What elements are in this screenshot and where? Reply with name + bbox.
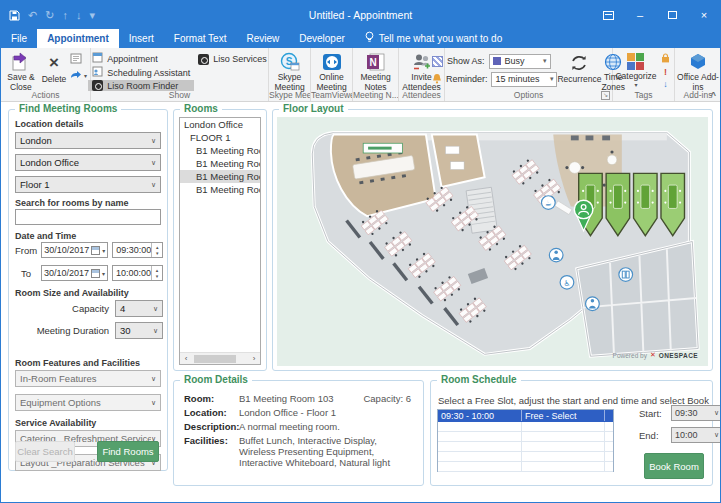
scroll-right-icon[interactable]: › [248, 353, 260, 364]
floor-select[interactable]: Floor 1∨ [15, 176, 161, 193]
slot-row-empty[interactable] [438, 422, 613, 432]
slot-row-empty[interactable] [438, 442, 613, 452]
liso-services-col: Liso Services [194, 50, 271, 89]
show-as-icon [432, 56, 443, 67]
rooms-tree-room-selected[interactable]: B1 Meeting Room 103 [180, 170, 260, 183]
city-select[interactable]: London∨ [15, 132, 161, 149]
save-close-button[interactable]: Save & Close [2, 50, 40, 89]
tab-appointment[interactable]: Appointment [37, 29, 119, 48]
tab-format-text[interactable]: Format Text [164, 29, 237, 48]
chevron-down-icon: ∨ [714, 409, 719, 417]
slot-row-empty[interactable] [438, 432, 613, 442]
categorize-icon [627, 52, 645, 71]
capacity-select[interactable]: 4∨ [115, 300, 163, 317]
group-show: Appointment Scheduling Assistant Liso Ro… [91, 48, 269, 101]
office-addins-button[interactable]: Office Add-ins [676, 50, 720, 89]
chevron-down-icon: ▾ [543, 57, 547, 65]
chevron-down-icon: ▾ [102, 247, 105, 254]
scheduling-assistant-icon [92, 66, 103, 79]
end-time-select[interactable]: 10:00 ∨ [671, 427, 721, 443]
rooms-tree-room[interactable]: B1 Meeting Room 101 [180, 144, 260, 157]
floor-layout-panel: Floor Layout [272, 109, 713, 371]
onenote-icon: N [366, 52, 386, 72]
equipment-options-select[interactable]: Equipment Options∨ [15, 394, 161, 411]
collapse-ribbon-icon[interactable]: ^ [711, 90, 716, 100]
rooms-tree-office[interactable]: London Office [180, 118, 260, 131]
rooms-tree-room[interactable]: B1 Meeting Room 102 [180, 157, 260, 170]
lock-icon[interactable] [661, 53, 670, 65]
delete-button[interactable]: × Delete [40, 50, 68, 89]
duration-select[interactable]: 30∨ [115, 322, 163, 339]
close-button[interactable]: × [688, 1, 720, 29]
scrollbar-thumb[interactable] [194, 355, 236, 363]
people-icon [411, 52, 433, 72]
rooms-panel: Rooms London Office FLOOR 1 B1 Meeting R… [173, 109, 267, 371]
journal-icon[interactable] [70, 53, 87, 66]
scroll-left-icon[interactable]: ‹ [180, 353, 192, 364]
slot-row-selected[interactable]: 09:30 - 10:00 Free - Select [438, 410, 613, 422]
tab-review[interactable]: Review [236, 29, 289, 48]
ribbon-display-options-icon[interactable] [592, 1, 624, 29]
forward-button[interactable]: ▾ [70, 70, 87, 80]
lightbulb-icon [365, 31, 374, 46]
rooms-tree-room[interactable]: B1 Meeting Room 104 [180, 183, 260, 196]
slot-row-empty[interactable] [438, 452, 613, 462]
rooms-tree-floor[interactable]: FLOOR 1 [180, 131, 260, 144]
floor-layout-map[interactable]: ☕ ♿ [277, 117, 708, 366]
duration-row: Meeting Duration 30∨ [15, 322, 163, 339]
busy-status-swatch [493, 57, 501, 65]
tab-file[interactable]: File [1, 29, 37, 48]
reminder-select[interactable]: 15 minutes ▾ [491, 72, 557, 87]
chevron-down-icon: ∨ [151, 159, 156, 167]
teamviewer-icon [322, 52, 342, 72]
recurrence-icon [569, 52, 589, 74]
tab-insert[interactable]: Insert [119, 29, 164, 48]
find-rooms-button[interactable]: Find Rooms [97, 441, 159, 462]
room-search-input[interactable] [15, 209, 161, 225]
online-meeting-button[interactable]: Online Meeting [312, 50, 351, 89]
scheduling-assistant-button[interactable]: Scheduling Assistant [88, 66, 194, 79]
group-skype: S Skype Meeting Skype Meet... [269, 48, 311, 101]
horizontal-scrollbar[interactable]: ‹ › [180, 352, 260, 364]
from-date-input[interactable]: 30/10/2017 ▾ [41, 242, 108, 258]
time-spinner[interactable]: ▴▾ [151, 243, 162, 257]
calendar-icon [91, 269, 100, 278]
delete-icon: × [49, 52, 59, 74]
chevron-down-icon: ∨ [151, 137, 156, 145]
actions-small-buttons: ▾ [68, 50, 89, 89]
recurrence-button[interactable]: Recurrence [557, 50, 601, 89]
liso-services-icon [198, 54, 209, 65]
options-rows: Show As: Busy ▾ Reminder: 15 minutes ▾ [432, 50, 558, 89]
clear-search-button[interactable]: Clear Search [15, 441, 75, 462]
chevron-down-icon: ▾ [634, 82, 637, 89]
minimize-button[interactable]: – [624, 1, 656, 29]
liso-services-button[interactable]: Liso Services [194, 52, 271, 66]
in-room-features-select[interactable]: In-Room Features∨ [15, 370, 161, 387]
tags-small-buttons: ! ↓ [658, 50, 673, 89]
to-date-input[interactable]: 30/10/2017 ▾ [41, 265, 108, 281]
low-importance-icon[interactable]: ↓ [663, 79, 668, 89]
slot-row-empty[interactable] [438, 462, 613, 472]
categorize-button[interactable]: Categorize ▾ [614, 50, 658, 89]
addins-icon [688, 52, 708, 72]
tab-developer[interactable]: Developer [289, 29, 355, 48]
from-time-input[interactable]: 09:30:00 ▴▾ [112, 242, 163, 258]
meeting-notes-button[interactable]: N Meeting Notes [354, 50, 397, 89]
group-teamviewer: Online Meeting TeamViewer [311, 48, 353, 101]
maximize-button[interactable] [656, 1, 688, 29]
high-importance-icon[interactable]: ! [664, 67, 667, 77]
chevron-down-icon: ▾ [102, 270, 105, 277]
office-select[interactable]: London Office∨ [15, 154, 161, 171]
book-room-button[interactable]: Book Room [644, 453, 704, 479]
from-row: From 30/10/2017 ▾ 09:30:00 ▴▾ [15, 242, 163, 258]
skype-meeting-button[interactable]: S Skype Meeting [270, 50, 309, 89]
to-time-input[interactable]: 10:00:00 ▴▾ [112, 265, 163, 281]
options-dialog-launcher[interactable]: ↘ [601, 91, 610, 100]
appointment-view-button[interactable]: Appointment [88, 52, 194, 65]
tell-me-box[interactable]: Tell me what you want to do [355, 29, 512, 48]
show-as-select[interactable]: Busy ▾ [489, 54, 551, 69]
time-spinner[interactable]: ▴▾ [151, 266, 162, 280]
end-row: End: 10:00 ∨ [639, 427, 721, 443]
group-options: Show As: Busy ▾ Reminder: 15 minutes ▾ [445, 48, 613, 101]
start-time-select[interactable]: 09:30 ∨ [671, 405, 721, 421]
